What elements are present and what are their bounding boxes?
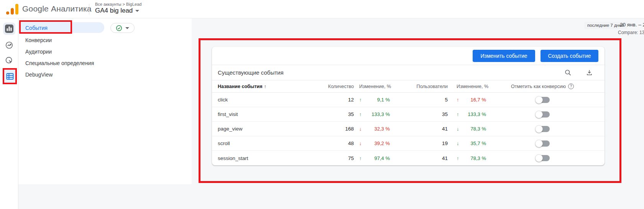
configure-icon[interactable] xyxy=(6,73,14,80)
caret-down-icon xyxy=(135,10,139,12)
event-users-change: ↑ 16,7 % xyxy=(457,97,486,103)
card-actions: Изменить событие Создать событие xyxy=(212,47,605,65)
sidebar-item-debugview[interactable]: DebugView xyxy=(25,69,53,80)
table-header-row: Название события ↑ Количество Изменение,… xyxy=(212,80,605,93)
reports-icon[interactable] xyxy=(3,23,15,35)
sidebar-item-custom-definitions[interactable]: Специальные определения xyxy=(25,57,94,69)
event-count: 168 xyxy=(284,126,354,132)
table-row: first_visit 35 ↑ 133,3 % 35 ↑ 133,3 % xyxy=(212,107,605,122)
topbar: Google Аналитика Все аккаунты > BigLead … xyxy=(0,0,644,18)
conversion-toggle[interactable] xyxy=(535,111,550,118)
body-area: События Конверсии Аудитории Специальные … xyxy=(0,18,644,209)
event-users-change: ↑ 78,3 % xyxy=(457,155,486,161)
annotation-box-rail xyxy=(3,68,17,84)
modify-event-button[interactable]: Изменить событие xyxy=(473,50,535,62)
event-users-change: ↑ 133,3 % xyxy=(457,111,486,117)
existing-events-header: Существующие события xyxy=(212,65,605,80)
event-name: first_visit xyxy=(218,111,284,117)
table-row: click 12 ↑ 9,1 % 5 ↑ 16,7 % xyxy=(212,93,605,107)
event-status-dropdown[interactable] xyxy=(110,23,135,33)
date-range-value[interactable]: 20 янв. – 2 xyxy=(620,22,644,28)
sort-ascending-icon: ↑ xyxy=(264,83,267,89)
event-users-change: ↓ 35,7 % xyxy=(457,140,486,146)
conversion-toggle[interactable] xyxy=(535,140,550,147)
download-icon[interactable] xyxy=(585,68,594,77)
table-row: session_start 75 ↑ 97,4 % 41 ↑ 78,3 % xyxy=(212,151,605,165)
event-count-change: ↑ 9,1 % xyxy=(359,97,390,103)
sidebar-item-audiences[interactable]: Аудитории xyxy=(25,46,52,57)
property-selector[interactable]: GA4 big lead xyxy=(95,7,141,15)
icon-rail xyxy=(0,18,18,209)
sidebar-item-events[interactable]: События xyxy=(25,22,48,34)
event-users: 19 xyxy=(390,140,448,146)
events-card: Изменить событие Создать событие Существ… xyxy=(212,47,605,165)
event-name: page_view xyxy=(218,126,284,132)
table-row: scroll 48 ↓ 39,2 % 19 ↓ 35,7 % xyxy=(212,136,605,151)
section-title: Существующие события xyxy=(218,69,563,76)
caret-down-icon xyxy=(125,27,129,29)
column-header-count-change: Изменение, % xyxy=(359,84,390,89)
event-name: scroll xyxy=(218,140,284,146)
event-count: 48 xyxy=(284,140,354,146)
help-icon[interactable]: ? xyxy=(568,83,574,89)
breadcrumb: Все аккаунты > BigLead xyxy=(95,2,141,7)
date-compare-value: Compare: 13 я xyxy=(618,30,644,35)
event-name: session_start xyxy=(218,155,284,161)
column-header-users-change: Изменение, % xyxy=(457,84,486,89)
realtime-icon[interactable] xyxy=(3,39,15,51)
event-users: 5 xyxy=(390,97,448,103)
event-count-change: ↓ 32,3 % xyxy=(359,126,390,132)
column-header-count: Количество xyxy=(284,84,354,89)
event-count: 12 xyxy=(284,97,354,103)
event-count: 75 xyxy=(284,155,354,161)
check-circle-icon xyxy=(116,25,122,31)
event-count: 35 xyxy=(284,111,354,117)
product-name: Google Аналитика xyxy=(22,4,92,13)
search-icon[interactable] xyxy=(563,68,572,77)
event-count-change: ↓ 39,2 % xyxy=(359,140,390,146)
column-header-event-name[interactable]: Название события ↑ xyxy=(218,83,284,89)
event-users-change: ↓ 78,3 % xyxy=(457,126,486,132)
column-header-conversion: Отметить как конверсию ? xyxy=(486,83,599,89)
event-name: click xyxy=(218,97,284,103)
create-event-button[interactable]: Создать событие xyxy=(540,50,598,62)
app-root: Google Аналитика Все аккаунты > BigLead … xyxy=(0,0,644,209)
column-header-users: Пользователи xyxy=(390,84,448,89)
google-analytics-logo-icon xyxy=(6,3,19,15)
conversion-toggle[interactable] xyxy=(535,154,550,162)
event-count-change: ↑ 133,3 % xyxy=(359,111,390,117)
event-count-change: ↑ 97,4 % xyxy=(359,155,390,161)
table-row: page_view 168 ↓ 32,3 % 41 ↓ 78,3 % xyxy=(212,122,605,136)
event-users: 35 xyxy=(390,111,448,117)
event-users: 41 xyxy=(390,155,448,161)
conversion-toggle[interactable] xyxy=(535,125,550,133)
conversion-toggle[interactable] xyxy=(535,96,550,104)
sidebar-item-conversions[interactable]: Конверсии xyxy=(25,34,52,46)
property-name: GA4 big lead xyxy=(95,7,133,15)
header-divider xyxy=(89,4,89,15)
event-users: 41 xyxy=(390,126,448,132)
explore-icon[interactable] xyxy=(3,54,15,67)
